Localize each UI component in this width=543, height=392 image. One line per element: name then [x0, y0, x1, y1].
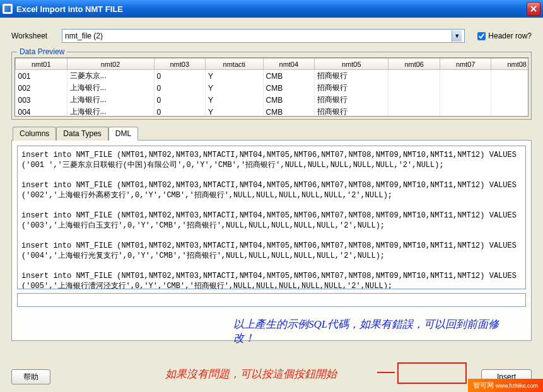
table-cell: 0	[154, 82, 206, 94]
data-preview-table: nmt01nmt02nmt03nmtactinmt04nmt05nmt06nmt…	[15, 58, 528, 116]
table-cell: 0	[154, 94, 206, 106]
table-cell: 招商银行	[315, 70, 388, 83]
table-row[interactable]: 002上海银行...0YCMB招商银行	[16, 82, 528, 94]
watermark-url: www.hzhike.com	[496, 383, 538, 389]
table-cell: 上海银行...	[67, 106, 154, 116]
table-cell	[491, 82, 528, 94]
window-title: Excel Import into NMT FILE	[16, 4, 123, 14]
sql-input[interactable]	[17, 293, 526, 307]
worksheet-label: Worksheet	[11, 32, 55, 40]
table-cell: CMB	[263, 82, 315, 94]
header-row-label: Header row?	[488, 32, 532, 40]
table-cell	[388, 94, 440, 106]
column-header[interactable]: nmtacti	[206, 59, 264, 70]
column-header[interactable]: nmt06	[388, 59, 440, 70]
data-preview-fieldset: Data Preview nmt01nmt02nmt03nmtactinmt04…	[11, 52, 532, 120]
table-cell: 上海银行...	[67, 82, 154, 94]
worksheet-selected: nmt_file (2)	[65, 32, 103, 40]
table-cell	[440, 70, 491, 83]
sql-textarea[interactable]: insert into NMT_FILE (NMT01,NMT02,NMT03,…	[17, 146, 526, 289]
app-icon	[3, 4, 13, 14]
close-button[interactable]	[527, 2, 540, 16]
data-preview-scroll[interactable]: nmt01nmt02nmt03nmtactinmt04nmt05nmt06nmt…	[15, 58, 528, 116]
tab-content: insert into NMT_FILE (NMT01,NMT02,NMT03,…	[11, 141, 532, 341]
table-cell: 招商银行	[315, 82, 388, 94]
chevron-down-icon: ▼	[452, 30, 462, 42]
header-row-checkbox[interactable]	[477, 32, 486, 40]
header-row-checkbox-wrap[interactable]: Header row?	[477, 32, 532, 40]
close-icon	[530, 6, 537, 12]
table-cell: CMB	[263, 70, 315, 83]
table-row[interactable]: 001三菱东京...0YCMB招商银行	[16, 70, 528, 83]
table-cell	[440, 106, 491, 116]
column-header[interactable]: nmt04	[263, 59, 315, 70]
column-header[interactable]: nmt07	[440, 59, 491, 70]
tab-dml[interactable]: DML	[108, 127, 138, 141]
annotation-blue: 以上產生的示例SQL代碼，如果有錯誤，可以回到前面修改！	[233, 318, 517, 345]
table-cell	[388, 70, 440, 83]
table-cell: 0	[154, 70, 206, 83]
table-row[interactable]: 004上海银行...0YCMB招商银行	[16, 106, 528, 116]
table-cell: Y	[206, 94, 264, 106]
tab-bar: Columns Data Types DML	[11, 126, 532, 141]
table-cell: CMB	[263, 106, 315, 116]
worksheet-select[interactable]: nmt_file (2) ▼	[62, 29, 465, 43]
table-cell: 招商银行	[315, 94, 388, 106]
table-cell: Y	[206, 70, 264, 83]
table-cell	[388, 106, 440, 116]
table-cell	[491, 106, 528, 116]
table-cell: 上海银行...	[67, 94, 154, 106]
column-header[interactable]: nmt03	[154, 59, 206, 70]
table-cell	[491, 94, 528, 106]
table-cell	[440, 94, 491, 106]
table-cell: Y	[206, 106, 264, 116]
watermark-brand: 智可网	[473, 381, 494, 389]
table-cell: 002	[16, 82, 67, 94]
watermark: 智可网 www.hzhike.com	[468, 379, 543, 392]
tab-data-types[interactable]: Data Types	[56, 127, 108, 141]
table-cell: Y	[206, 82, 264, 94]
table-cell: 001	[16, 70, 67, 83]
table-row[interactable]: 003上海银行...0YCMB招商银行	[16, 94, 528, 106]
table-cell: 0	[154, 106, 206, 116]
table-cell: 招商银行	[315, 106, 388, 116]
table-cell	[388, 82, 440, 94]
column-header[interactable]: nmt08	[491, 59, 528, 70]
column-header[interactable]: nmt05	[315, 59, 388, 70]
table-cell: 004	[16, 106, 67, 116]
column-header[interactable]: nmt01	[16, 59, 67, 70]
table-cell: 003	[16, 94, 67, 106]
table-cell	[440, 82, 491, 94]
help-button[interactable]: 帮助	[11, 369, 50, 384]
data-preview-legend: Data Preview	[17, 47, 67, 56]
table-cell	[491, 70, 528, 83]
table-cell: 三菱东京...	[67, 70, 154, 83]
column-header[interactable]: nmt02	[67, 59, 154, 70]
tab-columns[interactable]: Columns	[13, 127, 56, 141]
titlebar: Excel Import into NMT FILE	[0, 0, 543, 18]
table-cell: CMB	[263, 94, 315, 106]
